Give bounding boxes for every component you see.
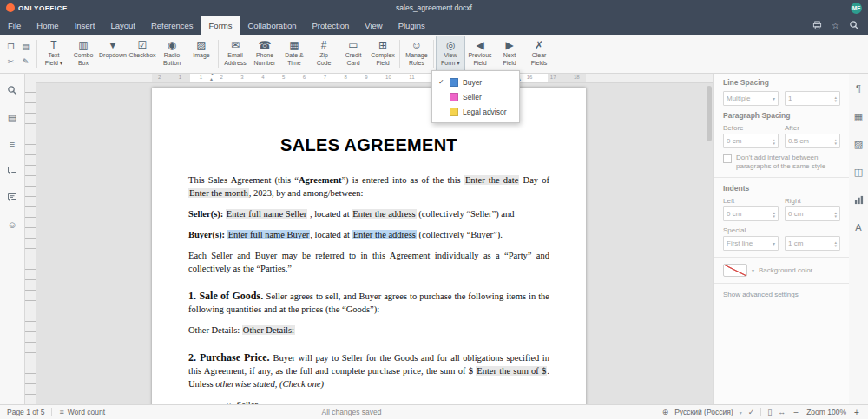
favorite-star-icon[interactable]: ☆ <box>832 21 839 30</box>
user-avatar[interactable]: MF <box>851 3 862 14</box>
clear-fields-button[interactable]: ✗Clear Fields <box>524 36 554 72</box>
special-indent-stepper[interactable]: 1 cm ▴▾ <box>785 236 840 251</box>
chat-button[interactable] <box>5 191 19 205</box>
thumbnails-icon: ▤ <box>8 112 16 123</box>
spellcheck-icon[interactable]: ✓ <box>748 408 755 416</box>
date-time-button[interactable]: ▦Date & Time <box>279 36 309 72</box>
view-form-menu-item-legal-advisor[interactable]: Legal advisor <box>432 104 519 119</box>
spinner-arrows-icon[interactable]: ▴▾ <box>773 138 775 145</box>
form-field[interactable]: Enter the address <box>352 230 417 239</box>
tab-references[interactable]: References <box>143 16 201 35</box>
navigation-button[interactable]: ≡ <box>5 137 19 151</box>
tab-insert[interactable]: Insert <box>67 16 103 35</box>
form-field[interactable]: Other Details: <box>242 325 295 335</box>
background-color-control[interactable]: ▾ Background color <box>723 264 840 277</box>
tab-protection[interactable]: Protection <box>304 16 357 35</box>
view-form-menu-item-buyer[interactable]: ✓Buyer <box>432 75 519 89</box>
view-form-button[interactable]: ◎View Form ▾ <box>436 36 465 72</box>
radio-button-button[interactable]: ◉Radio Button <box>157 36 187 72</box>
tab-view[interactable]: View <box>357 16 390 35</box>
manage-roles-button[interactable]: ☺Manage Roles <box>402 36 431 72</box>
credit-card-icon: ▭ <box>348 39 358 51</box>
copy-style-button[interactable]: ✎ <box>19 55 32 68</box>
tab-forms[interactable]: Forms <box>201 16 240 35</box>
chevron-down-icon: ▾ <box>773 95 775 101</box>
fit-width-icon[interactable]: ↔ <box>778 408 786 416</box>
text-run: 2. Purchase Price. <box>188 351 273 363</box>
cut-button[interactable]: ✂ <box>4 55 17 68</box>
tab-home[interactable]: Home <box>29 16 66 35</box>
document-page[interactable]: SALES AGREEMENTThis Sales Agreement (thi… <box>152 88 586 405</box>
tab-collaboration[interactable]: Collaboration <box>240 16 304 35</box>
form-field[interactable]: Enter the month <box>188 188 249 198</box>
indent-left-stepper[interactable]: 0 cm ▴▾ <box>723 206 779 221</box>
zip-code-button[interactable]: #Zip Code <box>309 36 339 72</box>
view-form-menu-item-seller[interactable]: Seller <box>432 89 519 104</box>
paste-button[interactable]: ▤ <box>19 40 32 53</box>
fit-page-icon[interactable]: ▯ <box>767 408 772 416</box>
form-field[interactable]: Enter the date <box>464 175 519 185</box>
toolbar-button-label: Credit Card <box>345 52 362 67</box>
word-count-button[interactable]: ≡ Word count <box>59 408 105 416</box>
print-icon[interactable] <box>812 21 822 30</box>
tab-plugins[interactable]: Plugins <box>391 16 433 35</box>
form-field[interactable]: Enter the address <box>352 209 416 219</box>
phone-number-button[interactable]: ☎Phone Number <box>250 36 279 72</box>
indent-right-stepper[interactable]: 0 cm ▴▾ <box>785 206 840 221</box>
paragraph-settings-button[interactable]: ¶ <box>852 82 865 95</box>
vertical-ruler[interactable] <box>24 82 36 405</box>
form-field[interactable]: Enter full name Buyer <box>227 230 311 239</box>
ruler-number: 2 <box>220 75 222 80</box>
previous-field-button[interactable]: ◀Previous Field <box>465 36 495 72</box>
paragraph-spacing-label: Paragraph Spacing <box>723 111 840 120</box>
text-field-button[interactable]: TText Field ▾ <box>39 36 69 72</box>
chart-settings-button[interactable] <box>852 193 865 206</box>
image-settings-button[interactable]: ▨ <box>852 137 865 151</box>
navigation-icon: ≡ <box>10 139 15 149</box>
copy-button[interactable]: ❐ <box>4 40 17 53</box>
credit-card-button[interactable]: ▭Credit Card <box>339 36 368 72</box>
form-field[interactable]: Enter full name Seller <box>226 209 307 219</box>
dropdown-icon: ▼ <box>108 39 118 51</box>
next-field-button[interactable]: ▶Next Field <box>495 36 524 72</box>
show-advanced-settings-link[interactable]: Show advanced settings <box>723 291 840 298</box>
combo-box-button[interactable]: ▥Combo Box <box>69 36 98 72</box>
spinner-arrows-icon[interactable]: ▴▾ <box>834 95 837 102</box>
spinner-arrows-icon[interactable]: ▴▾ <box>834 240 837 247</box>
thumbnails-button[interactable]: ▤ <box>5 110 19 124</box>
zoom-in-button[interactable]: + <box>852 408 861 417</box>
language-selector[interactable]: Русский (Россия) <box>674 408 733 416</box>
tab-layout[interactable]: Layout <box>102 16 143 35</box>
same-style-checkbox[interactable]: Don't add interval between paragraphs of… <box>723 154 840 171</box>
checkbox-button[interactable]: ☑Checkbox <box>128 36 157 72</box>
left-indent-marker[interactable]: ▲ <box>209 77 214 82</box>
email-address-button[interactable]: ✉Email Address <box>220 36 250 72</box>
special-indent-select[interactable]: First line ▾ <box>723 236 779 251</box>
image-button[interactable]: ▨Image <box>187 36 216 72</box>
spacing-after-stepper[interactable]: 0.5 cm ▴▾ <box>785 134 840 148</box>
comments-button[interactable] <box>5 164 19 178</box>
spacing-before-stepper[interactable]: 0 cm ▴▾ <box>723 134 779 148</box>
line-spacing-select[interactable]: Multiple ▾ <box>723 91 779 106</box>
zoom-out-button[interactable]: − <box>792 408 800 417</box>
search-top-icon[interactable] <box>849 20 859 30</box>
line-spacing-stepper[interactable]: 1 ▴▾ <box>785 91 840 106</box>
feedback-button[interactable]: ☺ <box>5 218 19 232</box>
header-footer-settings-button[interactable]: ◫ <box>852 165 865 179</box>
scrollbar-thumb[interactable] <box>707 86 712 141</box>
page-indicator[interactable]: Page 1 of 5 <box>7 408 44 416</box>
chevron-down-icon: ▾ <box>752 267 754 273</box>
spinner-arrows-icon[interactable]: ▴▾ <box>834 211 837 218</box>
text-art-settings-button[interactable]: A <box>852 220 865 234</box>
datetime-icon: ▦ <box>289 39 299 51</box>
form-field[interactable]: Enter the sum of $ <box>476 366 547 376</box>
search-button[interactable] <box>5 83 19 97</box>
vertical-scrollbar[interactable] <box>706 84 713 403</box>
background-color-swatch[interactable] <box>723 264 747 277</box>
complex-field-button[interactable]: ⊞Complex Field <box>368 36 398 72</box>
spinner-arrows-icon[interactable]: ▴▾ <box>834 138 837 145</box>
dropdown-button[interactable]: ▼Dropdown <box>98 36 128 72</box>
spinner-arrows-icon[interactable]: ▴▾ <box>773 211 775 218</box>
table-settings-button[interactable]: ▦ <box>852 109 865 123</box>
tab-file[interactable]: File <box>0 16 29 35</box>
